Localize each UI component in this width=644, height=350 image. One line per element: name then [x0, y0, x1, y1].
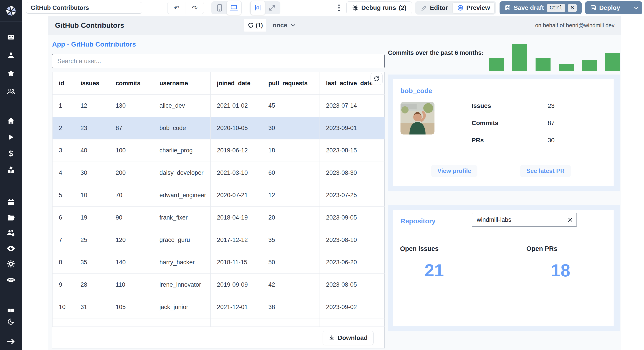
sidebar-item-groups[interactable]: [0, 87, 22, 96]
table-cell: harry_hacker: [153, 251, 211, 274]
save-icon: [504, 5, 511, 11]
sidebar-item-audit-logs[interactable]: [0, 244, 22, 253]
right-column: Commits over the past 6 months: bob_code: [388, 35, 620, 350]
table-cell: 50: [262, 251, 320, 274]
contributors-table: idissuescommitsusernamejoined_datepull_r…: [52, 72, 384, 348]
center-layout-button[interactable]: [251, 1, 265, 15]
avatar: [400, 102, 434, 135]
clear-input-button[interactable]: [566, 216, 574, 224]
sidebar-item-apps[interactable]: [0, 33, 22, 41]
sidebar-item-schedules[interactable]: [0, 198, 22, 206]
sidebar-item-docs[interactable]: [0, 306, 22, 315]
table-row[interactable]: 835140harry_hacker2018-11-15502023-06-20: [52, 251, 385, 274]
stat-value: 30: [548, 137, 554, 144]
preview-tab[interactable]: Preview: [452, 3, 495, 13]
table-row[interactable]: 61990frank_fixer2018-04-19202023-09-05: [52, 207, 385, 229]
mobile-view-button[interactable]: [212, 3, 227, 13]
view-profile-button[interactable]: View profile: [431, 165, 478, 177]
deploy-label: Deploy: [599, 4, 620, 12]
table-row[interactable]: 51070edward_engineer2020-07-21122023-07-…: [52, 184, 385, 207]
table-cell: 2020-07-21: [211, 184, 262, 207]
search-input[interactable]: [52, 54, 384, 68]
sidebar-item-runs[interactable]: [0, 133, 22, 141]
deploy-button[interactable]: Deploy: [585, 1, 642, 14]
sidebar-item-settings[interactable]: [0, 260, 22, 268]
download-icon: [329, 335, 335, 341]
open-issues-label: Open Issues: [400, 245, 438, 252]
sidebar-item-favorites[interactable]: [0, 69, 22, 78]
center-align-icon: [254, 5, 261, 11]
gear-icon: [7, 260, 15, 268]
windmill-logo[interactable]: [0, 0, 22, 21]
sidebar-item-variables[interactable]: [0, 149, 22, 158]
sidebar-item-workers[interactable]: [0, 275, 22, 283]
preview-tab-label: Preview: [466, 4, 490, 12]
table-cell: daisy_developer: [153, 162, 211, 184]
table-cell: [262, 318, 320, 327]
undo-redo-group: ↶ ↷: [167, 2, 204, 14]
table-cell: 105: [109, 296, 153, 318]
sidebar-item-user[interactable]: [0, 51, 22, 60]
table-cell: 90: [109, 207, 153, 229]
app-title-input[interactable]: [26, 2, 142, 14]
table-cell: alice_dev: [153, 95, 211, 117]
table-cell: 2023-08-15: [320, 139, 385, 162]
table-empty-row: [52, 318, 385, 327]
fullscreen-button[interactable]: [265, 3, 279, 13]
table-row[interactable]: 112130alice_dev2021-01-02452023-07-14: [52, 95, 385, 117]
desktop-view-button[interactable]: [227, 1, 241, 15]
see-latest-pr-button[interactable]: See latest PR: [520, 165, 571, 177]
sidebar-item-home[interactable]: [0, 117, 22, 125]
table-row[interactable]: 928110irene_innovator2019-09-09422023-08…: [52, 274, 385, 296]
app-refresh-button[interactable]: (1): [244, 19, 266, 32]
undo-button[interactable]: ↶: [168, 2, 186, 14]
app-window-icon: [7, 33, 15, 41]
table-row[interactable]: 22387bob_code2020-10-05302023-09-01: [52, 117, 385, 139]
table-cell: 2019-09-09: [211, 274, 262, 296]
profile-panel: bob_code: [388, 75, 620, 191]
debug-runs-button[interactable]: Debug runs (2): [346, 1, 412, 14]
sidebar-expand-button[interactable]: [0, 337, 22, 346]
more-options-button[interactable]: [336, 3, 342, 13]
download-button[interactable]: Download: [323, 331, 374, 345]
table-cell: 7: [52, 229, 74, 251]
redo-button[interactable]: ↷: [186, 2, 204, 14]
table-cell: 20: [262, 207, 320, 229]
debug-runs-label: Debug runs: [361, 4, 396, 12]
table-column-header: commits: [109, 72, 153, 95]
repository-input[interactable]: [472, 213, 577, 227]
deploy-dropdown-button[interactable]: [630, 1, 642, 14]
table-cell: 2021-01-02: [211, 95, 262, 117]
sidebar-item-workers-groups[interactable]: [0, 229, 22, 237]
table-header-row: idissuescommitsusernamejoined_datepull_r…: [52, 72, 385, 95]
close-icon: [567, 217, 573, 223]
eye-icon: [6, 244, 16, 253]
save-icon: [590, 5, 596, 11]
table-row[interactable]: 340100charlie_prog2019-06-12182023-08-15: [52, 139, 385, 162]
stat-issues: Issues 23: [472, 102, 554, 109]
table-row[interactable]: 430200daisy_developer2021-03-10602023-08…: [52, 162, 385, 184]
save-draft-button[interactable]: Save draft CtrlS: [500, 1, 582, 14]
table-cell: 2019-06-12: [211, 139, 262, 162]
sidebar-item-folders[interactable]: [0, 213, 22, 222]
table-cell: frank_fixer: [153, 207, 211, 229]
table-cell: 35: [262, 229, 320, 251]
layout-toggle: [250, 1, 280, 14]
editor-preview-toggle: Editor Preview: [415, 1, 496, 15]
table-cell: [109, 318, 153, 327]
table-cell: 2021-12-01: [211, 296, 262, 318]
table-cell: 25: [74, 229, 109, 251]
table-cell: edward_engineer: [153, 184, 211, 207]
table-row[interactable]: 725120grace_guru2017-12-12352023-08-10: [52, 229, 385, 251]
table-cell: 2023-09-01: [320, 117, 385, 139]
table-cell: 100: [109, 139, 153, 162]
schedule-dropdown[interactable]: once: [272, 22, 296, 29]
editor-tab[interactable]: Editor: [416, 3, 452, 13]
dark-mode-toggle[interactable]: [0, 317, 22, 326]
table-cell: 140: [109, 251, 153, 274]
table-row[interactable]: 1031105jack_junior2021-12-01382023-09-02: [52, 296, 385, 318]
repository-card: Repository Open Issues Open PRs 21: [393, 210, 614, 326]
table-cell: 38: [262, 296, 320, 318]
sidebar-item-resources[interactable]: [0, 166, 22, 174]
table-refresh-button[interactable]: [370, 73, 382, 85]
